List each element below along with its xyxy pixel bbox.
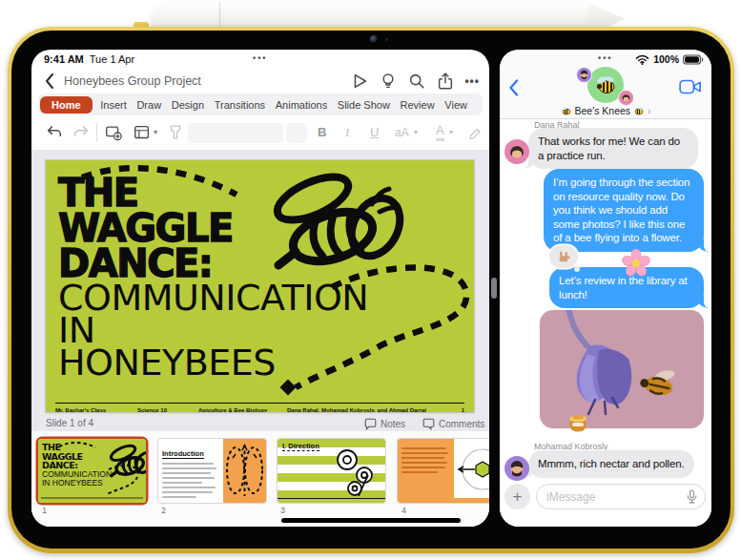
font-name-field-disabled: [188, 123, 283, 143]
group-name: Bee's Knees: [574, 105, 630, 116]
thumbnail-slide-3[interactable]: I. Direction: [278, 439, 385, 503]
flower-sticker[interactable]: [622, 249, 650, 281]
mic-icon[interactable]: [687, 489, 697, 505]
front-camera: [370, 35, 378, 43]
thumbnail-number: 2: [161, 506, 166, 515]
status-date: Tue 1 Apr: [90, 53, 134, 65]
slideshow-play-icon[interactable]: [350, 72, 369, 91]
italic-button[interactable]: I: [345, 123, 349, 142]
thumbnail-strip: THE WAGGLE DANCE: COMMUNICATION IN HONEY…: [31, 431, 489, 527]
thumb3-heading: I. Direction: [282, 442, 319, 451]
tab-slideshow[interactable]: Slide Show: [336, 99, 392, 111]
tapback-reaction-love-you-gesture[interactable]: [549, 245, 578, 268]
notes-button[interactable]: Notes: [364, 418, 405, 430]
group-avatar-cluster[interactable]: [582, 65, 629, 105]
document-title-row: Honeybees Group Project •••: [31, 69, 489, 93]
slide-footer: Mr. Bachar's Class Science 10 Apiculture…: [55, 403, 464, 406]
thumbnail-number: 3: [280, 506, 285, 515]
bold-button[interactable]: B: [318, 123, 326, 142]
format-toolbar: ▾ B I U aA ▾ A ▾: [31, 115, 489, 151]
messages-window: ••• 100%: [500, 50, 711, 527]
photo-message-bee-flower[interactable]: [540, 310, 704, 428]
thumbnail-number: 4: [401, 506, 406, 515]
tab-draw[interactable]: Draw: [134, 99, 163, 111]
message-input-bar: + iMessage: [500, 481, 711, 527]
notes-label: Notes: [381, 419, 405, 429]
footer-class: Mr. Bachar's Class: [55, 407, 106, 412]
thumbnail-slide-2[interactable]: Introduction: [158, 439, 266, 503]
status-bar-right: 100%: [635, 53, 704, 65]
format-painter-icon[interactable]: [166, 123, 185, 142]
slide-subtitle-line: COMMUNICATION: [58, 281, 368, 314]
comments-label: Comments: [439, 419, 484, 429]
ideas-lightbulb-icon[interactable]: [379, 72, 398, 91]
footer-subject: Apiculture & Bee Biology: [198, 407, 267, 412]
received-message[interactable]: Mmmm, rich nectar and pollen.: [528, 450, 694, 478]
battery-percent: 100%: [653, 53, 679, 65]
layout-chevron-icon: ▾: [154, 128, 157, 136]
tab-insert[interactable]: Insert: [98, 99, 129, 111]
thumbnail-slide-1[interactable]: THE WAGGLE DANCE: COMMUNICATION IN HONEY…: [38, 439, 146, 503]
thumbnail-number: 1: [42, 506, 47, 515]
redo-icon[interactable]: [72, 123, 91, 142]
slide-info-row: Slide 1 of 4 Notes Comments: [31, 418, 489, 431]
comments-button[interactable]: Comments: [422, 418, 484, 430]
screenshot-stage: 9:41 AMTue 1 Apr ••• Honeybees Group Pro…: [0, 0, 741, 560]
back-chevron-icon[interactable]: [507, 78, 520, 97]
status-bar-left: 9:41 AMTue 1 Apr: [44, 53, 134, 65]
footer-course: Science 10: [137, 407, 167, 412]
underline-button[interactable]: U: [370, 123, 379, 142]
footer-page-number: 1: [462, 407, 464, 412]
received-message[interactable]: That works for me! We can do a practice …: [528, 128, 698, 169]
more-ellipsis-icon[interactable]: •••: [464, 72, 480, 91]
honey-pot-sticker[interactable]: [566, 411, 589, 438]
wifi-icon: [635, 54, 649, 65]
slide-layout-icon[interactable]: [133, 123, 152, 142]
new-slide-icon[interactable]: [104, 123, 123, 142]
conversation-area[interactable]: Dana Rahal That works for me! We can do …: [500, 119, 711, 481]
add-attachment-button[interactable]: +: [504, 484, 530, 509]
slide-title-block[interactable]: THE WAGGLE DANCE: COMMUNICATION IN HONEY…: [58, 176, 368, 379]
tab-home[interactable]: Home: [40, 96, 93, 114]
slide-1-editor[interactable]: THE WAGGLE DANCE: COMMUNICATION IN HONEY…: [46, 160, 474, 412]
bee-emoji-icon: [633, 107, 645, 115]
bee-emoji-icon: [594, 73, 617, 96]
share-icon[interactable]: [436, 72, 455, 91]
search-icon[interactable]: [407, 72, 426, 91]
comments-icon: [422, 418, 435, 430]
home-indicator[interactable]: [281, 518, 461, 523]
slide-canvas: THE WAGGLE DANCE: COMMUNICATION IN HONEY…: [31, 151, 489, 431]
document-actions: •••: [350, 72, 480, 91]
document-title[interactable]: Honeybees Group Project: [64, 74, 201, 88]
tab-review[interactable]: Review: [399, 99, 437, 111]
avatar-dana: [504, 139, 529, 164]
multitask-dots-right[interactable]: •••: [598, 53, 612, 63]
text-case-button[interactable]: aA: [395, 123, 409, 142]
undo-icon[interactable]: [45, 123, 64, 142]
font-color-button[interactable]: A: [436, 123, 444, 141]
video-call-icon[interactable]: [679, 78, 702, 95]
slide-counter: Slide 1 of 4: [46, 418, 93, 428]
sent-message[interactable]: I’m going through the section on resourc…: [544, 169, 704, 252]
camera-sensor-dot: [385, 38, 388, 41]
multitask-dots-left[interactable]: •••: [253, 53, 267, 63]
thumb4-direction-diagram: [454, 439, 489, 503]
split-view-divider-handle[interactable]: [491, 278, 497, 299]
thumb3-flower-doodles: [326, 446, 381, 500]
powerpoint-window: 9:41 AMTue 1 Apr ••• Honeybees Group Pro…: [31, 50, 489, 527]
toolbar-divider: [96, 123, 97, 142]
tab-view[interactable]: View: [443, 99, 469, 111]
member-avatar-dana-small: [618, 90, 634, 106]
thumbnail-slide-4[interactable]: [398, 439, 489, 503]
message-input-field[interactable]: iMessage: [536, 484, 706, 509]
tab-design[interactable]: Design: [170, 99, 206, 111]
bee-emoji-icon: [561, 107, 572, 115]
group-title[interactable]: Bee's Knees ›: [500, 105, 711, 116]
back-chevron-icon[interactable]: [43, 72, 56, 91]
case-chevron-icon: ▾: [414, 128, 418, 136]
highlighter-icon[interactable]: [466, 123, 485, 142]
font-color-chevron-icon: ▾: [449, 128, 453, 136]
tab-animations[interactable]: Animations: [274, 99, 329, 111]
tab-transitions[interactable]: Transitions: [213, 99, 267, 111]
thumb2-waggle-diagram: [223, 439, 266, 503]
